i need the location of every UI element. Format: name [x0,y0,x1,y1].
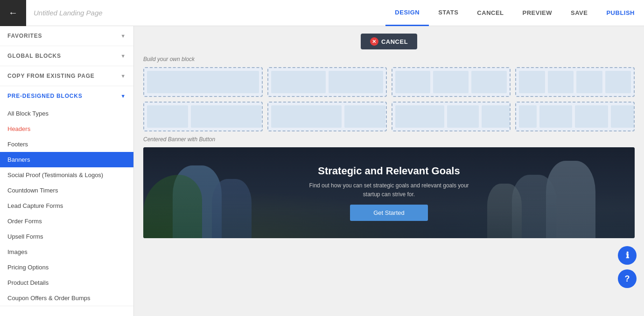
banner-preview[interactable]: Strategic and Relevant Goals Find out ho… [143,147,635,238]
sidebar-item-pricing-options[interactable]: Pricing Options [0,260,133,275]
info-icon: ℹ [626,250,629,261]
cancel-pill-label: CANCEL [381,38,408,45]
fab-container: ℹ ? [618,246,637,288]
sidebar-section-pre-designed: PRE-DESIGNED BLOCKS ▼ All Block Types He… [0,86,133,306]
global-chevron: ▼ [120,53,126,59]
sidebar-section-global: GLOBAL BLOCKS ▼ [0,46,133,66]
favorites-label: FAVORITES [7,33,42,39]
sidebar-item-coupon-offers[interactable]: Coupon Offers & Order Bumps [0,290,133,306]
block-option-1col[interactable] [143,67,263,97]
block-option-4col[interactable] [515,67,635,97]
sidebar-item-all-block-types[interactable]: All Block Types [0,106,133,121]
sidebar-item-social-proof[interactable]: Social Proof (Testimonials & Logos) [0,167,133,183]
tab-design[interactable]: DESIGN [385,0,429,26]
sidebar-item-lead-capture[interactable]: Lead Capture Forms [0,198,133,213]
banner-content: Strategic and Relevant Goals Find out ho… [143,147,635,238]
sidebar-section-copy-header[interactable]: COPY FROM EXISTING PAGE ▼ [0,66,133,86]
favorites-chevron: ▼ [120,33,126,39]
pre-designed-chevron: ▼ [120,93,126,99]
cancel-bar: ✕ CANCEL [143,34,635,49]
sidebar-item-banners[interactable]: Banners [0,152,133,167]
pre-designed-label: PRE-DESIGNED BLOCKS [7,93,83,99]
cancel-nav-btn[interactable]: CANCEL [468,0,513,26]
block-grid-row2 [143,102,635,131]
sidebar: FAVORITES ▼ GLOBAL BLOCKS ▼ COPY FROM EX… [0,26,134,316]
sidebar-section-favorites: FAVORITES ▼ [0,26,133,46]
copy-chevron: ▼ [120,73,126,79]
banner-title: Strategic and Relevant Goals [318,165,460,178]
sidebar-item-images[interactable]: Images [0,244,133,260]
cancel-pill-button[interactable]: ✕ CANCEL [361,34,417,49]
build-label: Build your own block [143,56,635,62]
top-nav: ← Untitled Landing Page DESIGN STATS CAN… [0,0,644,26]
banner-cta-button[interactable]: Get Started [350,205,427,221]
fab-info-button[interactable]: ℹ [618,246,637,265]
back-button[interactable]: ← [0,0,26,26]
save-nav-btn[interactable]: SAVE [561,0,597,26]
tab-stats[interactable]: STATS [429,0,468,26]
block-option-4col-v2[interactable] [515,102,635,131]
sidebar-item-upsell-forms[interactable]: Upsell Forms [0,229,133,244]
block-option-2col-sm[interactable] [143,102,263,131]
sidebar-item-countdown-timers[interactable]: Countdown Timers [0,183,133,198]
sidebar-section-favorites-header[interactable]: FAVORITES ▼ [0,26,133,46]
global-label: GLOBAL BLOCKS [7,53,61,59]
sidebar-section-pre-designed-header[interactable]: PRE-DESIGNED BLOCKS ▼ [0,86,133,106]
content-area: ✕ CANCEL Build your own block [134,26,644,316]
back-icon: ← [8,7,18,18]
help-icon: ? [625,274,630,284]
sidebar-item-footers[interactable]: Footers [0,137,133,152]
main-body: FAVORITES ▼ GLOBAL BLOCKS ▼ COPY FROM EX… [0,26,644,316]
page-title: Untitled Landing Page [26,9,385,17]
nav-tabs: DESIGN STATS CANCEL PREVIEW SAVE PUBLISH [385,0,644,26]
preview-nav-btn[interactable]: PREVIEW [513,0,561,26]
sidebar-section-copy: COPY FROM EXISTING PAGE ▼ [0,66,133,86]
sidebar-section-global-header[interactable]: GLOBAL BLOCKS ▼ [0,46,133,66]
publish-nav-btn[interactable]: PUBLISH [597,0,644,26]
banner-subtitle: Find out how you can set strategic goals… [301,181,478,199]
block-grid-row1 [143,67,635,97]
block-option-3col[interactable] [392,67,511,97]
sidebar-item-product-details[interactable]: Product Details [0,275,133,290]
sidebar-item-headers[interactable]: Headers [0,121,133,137]
cancel-x-icon: ✕ [370,37,378,46]
sidebar-item-order-forms[interactable]: Order Forms [0,213,133,229]
banner-section-label: Centered Banner with Button [143,136,635,143]
block-option-3col-v2[interactable] [392,102,511,131]
fab-help-button[interactable]: ? [618,269,637,288]
block-option-2col[interactable] [267,67,387,97]
block-option-2col-lg[interactable] [267,102,387,131]
copy-label: COPY FROM EXISTING PAGE [7,73,95,79]
